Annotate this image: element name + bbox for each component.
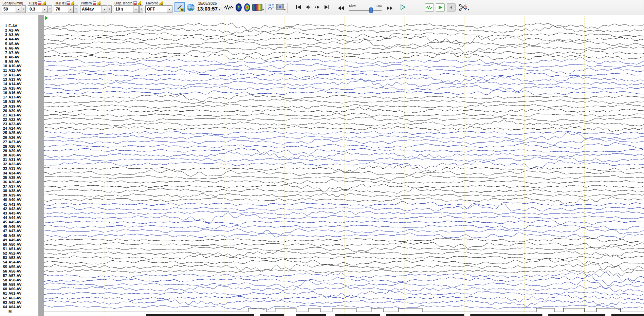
fast-forward-button[interactable]	[385, 4, 394, 12]
slider-handle[interactable]	[369, 7, 373, 13]
combo-value: A64av	[80, 7, 94, 12]
chevron-down-icon[interactable]: ▾	[102, 6, 107, 13]
toolbar-separator	[287, 3, 288, 13]
fast-forward-icon	[386, 5, 393, 11]
chevron-down-icon[interactable]: ▾	[42, 6, 47, 13]
spectrum-icon	[252, 4, 262, 11]
field-pattern: Pattern A64av ▾ ▾	[80, 1, 112, 13]
review-play-button[interactable]	[436, 3, 445, 12]
green-play-icon	[438, 5, 443, 10]
sensitivity-label: Sens(uV/mm)	[2, 1, 26, 5]
patient-info-button[interactable]	[268, 3, 274, 11]
timeconstant-combobox[interactable]: 0.3 ▾	[28, 5, 48, 13]
combo-value: 70	[54, 7, 60, 12]
rewind-button[interactable]	[337, 4, 346, 12]
brainmap-rainbow-button[interactable]	[244, 3, 251, 12]
step-forward-icon	[314, 4, 320, 10]
field-label-text: Favorite	[146, 1, 158, 5]
transport-controls	[294, 3, 331, 11]
field-label-text: HF(Hz)	[55, 1, 66, 5]
skip-to-end-button[interactable]	[323, 3, 331, 11]
step-forward-button[interactable]	[313, 3, 322, 11]
toolbar-separator	[265, 3, 266, 13]
bottom-event-bar	[548, 314, 605, 316]
speed-slider[interactable]	[348, 7, 382, 13]
brain-map-dark-icon	[235, 3, 242, 12]
trace-mode-button[interactable]	[224, 4, 234, 11]
combo-value: 50	[2, 7, 8, 12]
skip-to-start-button[interactable]	[294, 3, 303, 11]
brainmap-dark-button[interactable]	[235, 3, 242, 12]
step-back-button[interactable]	[303, 3, 312, 11]
eeg-canvas[interactable]	[0, 15, 644, 316]
chevron-down-icon[interactable]: ▾	[16, 6, 21, 13]
recent-values-button[interactable]: ▾	[139, 5, 143, 13]
highfilter-combobox[interactable]: 70 ▾	[54, 5, 74, 13]
eeg-trace	[44, 299, 644, 306]
bottom-event-bar	[260, 314, 284, 316]
edit-pencil-icon[interactable]	[159, 1, 163, 5]
timeconstant-label: TC(s)	[28, 1, 52, 5]
edit-settings-icon[interactable]	[133, 1, 137, 5]
favorite-combobox[interactable]: OFF ▾	[145, 5, 172, 13]
video-button[interactable]	[276, 4, 284, 10]
edit-pencil-icon[interactable]	[138, 1, 141, 5]
recent-values-button[interactable]: ▾	[22, 5, 26, 13]
play-button[interactable]	[399, 3, 407, 11]
recent-values-button[interactable]: ▾	[74, 5, 78, 13]
clip-tool-button[interactable]	[458, 3, 468, 12]
scissors-icon	[458, 4, 467, 11]
eeg-trace-icon	[224, 4, 234, 11]
field-label-text: Disp. length	[114, 1, 132, 5]
skip-end-icon	[324, 4, 330, 10]
speed-slider-group: Slow Fast	[348, 4, 382, 13]
tools-overflow-arrow-icon[interactable]: ▾	[468, 8, 469, 11]
edit-pencil-icon[interactable]	[97, 1, 100, 5]
trend-view-button[interactable]	[425, 3, 434, 12]
edit-pencil-icon[interactable]	[42, 1, 46, 5]
chevron-down-icon[interactable]: ▾	[68, 6, 73, 13]
dsa-spectrum-button[interactable]	[252, 4, 262, 11]
edit-pencil-icon[interactable]	[71, 1, 74, 5]
eeg-trace	[44, 57, 644, 64]
small-back-arrow-icon	[449, 5, 453, 10]
date-display: 15/05/2025	[198, 1, 217, 6]
edit-settings-icon[interactable]	[93, 1, 96, 5]
combo-value: OFF	[146, 7, 155, 12]
montage-globe-button[interactable]	[186, 3, 195, 12]
recent-values-button[interactable]: ▾	[48, 5, 52, 13]
rewind-icon	[338, 5, 345, 11]
recent-values-button[interactable]: ▾	[108, 5, 112, 13]
step-back-icon	[305, 4, 311, 10]
notch-frequency-badge: 50	[180, 8, 184, 12]
slider-slow-label: Slow	[349, 4, 356, 7]
edit-settings-icon[interactable]	[38, 1, 41, 5]
datetime-overflow-arrow-icon[interactable]: ▾	[219, 8, 220, 11]
eeg-trace	[44, 76, 644, 83]
pattern-combobox[interactable]: A64av ▾	[80, 5, 107, 13]
displength-combobox[interactable]: 10 s ▾	[114, 5, 139, 13]
notch-filter-button[interactable]: 50	[174, 2, 185, 12]
bottom-event-bar	[470, 314, 542, 316]
highfilter-label: HF(Hz)	[54, 1, 78, 5]
slider-rail	[349, 10, 382, 11]
chevron-down-icon[interactable]: ▾	[133, 6, 139, 13]
favorite-label: Favorite	[145, 1, 172, 5]
datetime-display: 15/05/2025 13:03:57	[197, 1, 218, 12]
displength-label: Disp. length	[114, 1, 143, 5]
toolbar: Sens(uV/mm) 50 ▾ ▾ TC(s) 0.3 ▾	[0, 0, 644, 15]
sensitivity-combobox[interactable]: 50 ▾	[2, 5, 21, 13]
video-film-icon	[276, 4, 284, 10]
bottom-event-bar	[146, 314, 254, 316]
back-page-button[interactable]	[447, 3, 456, 12]
time-display: 13:03:57	[197, 6, 218, 12]
chevron-down-icon[interactable]: ▾	[167, 6, 172, 13]
edit-settings-icon[interactable]	[67, 1, 70, 5]
pattern-label: Pattern	[80, 1, 112, 5]
field-label-text: TC(s)	[29, 1, 37, 5]
eeg-trace	[44, 211, 644, 216]
field-sensitivity: Sens(uV/mm) 50 ▾ ▾	[2, 1, 26, 13]
eeg-trace	[44, 152, 644, 160]
maps-overflow-arrow-icon[interactable]: ▾	[262, 8, 264, 11]
video-overflow-arrow-icon[interactable]: ▾	[284, 8, 286, 11]
